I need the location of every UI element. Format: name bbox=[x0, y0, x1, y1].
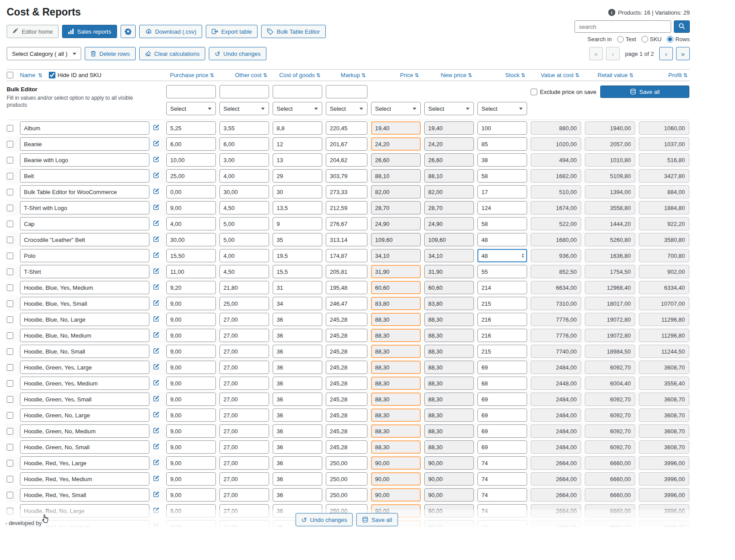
stock-input[interactable] bbox=[477, 408, 527, 422]
edit-icon[interactable] bbox=[153, 204, 160, 210]
name-input[interactable] bbox=[20, 169, 149, 183]
cost-of-goods-input[interactable] bbox=[273, 153, 322, 167]
price-input[interactable] bbox=[371, 281, 421, 294]
column-header-name[interactable]: Name ⇅ Hide ID and SKU bbox=[20, 72, 149, 78]
stock-input[interactable] bbox=[477, 185, 527, 198]
markup-input[interactable] bbox=[326, 345, 368, 358]
row-checkbox[interactable] bbox=[7, 221, 13, 227]
other-cost-input[interactable] bbox=[219, 488, 269, 502]
markup-input[interactable] bbox=[326, 313, 368, 326]
edit-icon[interactable] bbox=[153, 124, 160, 131]
pagination-last-button[interactable]: » bbox=[676, 47, 690, 60]
stepper-down-icon[interactable]: ▼ bbox=[521, 256, 524, 258]
other-cost-input[interactable] bbox=[219, 361, 269, 374]
name-input[interactable] bbox=[20, 456, 149, 470]
new-price-input[interactable] bbox=[424, 169, 474, 183]
bulk-cost-of-goods-input[interactable] bbox=[273, 85, 322, 98]
price-input[interactable] bbox=[371, 153, 421, 167]
row-checkbox[interactable] bbox=[7, 380, 13, 387]
markup-input[interactable] bbox=[326, 440, 368, 454]
stock-input[interactable] bbox=[477, 201, 527, 214]
row-checkbox[interactable] bbox=[7, 205, 13, 211]
purchase-price-input[interactable] bbox=[166, 169, 216, 183]
name-input[interactable] bbox=[20, 440, 149, 454]
price-input[interactable] bbox=[371, 361, 421, 374]
name-input[interactable] bbox=[20, 121, 149, 135]
new-price-input[interactable] bbox=[424, 185, 474, 198]
edit-icon[interactable] bbox=[153, 236, 160, 242]
name-input[interactable] bbox=[20, 393, 149, 406]
purchase-price-input[interactable] bbox=[166, 329, 216, 342]
column-header-price[interactable]: Price⇅ bbox=[371, 72, 421, 78]
markup-input[interactable] bbox=[326, 488, 368, 502]
name-input[interactable] bbox=[20, 361, 149, 374]
stock-input[interactable] bbox=[477, 361, 527, 374]
column-header-new-price[interactable]: New price⇅ bbox=[424, 72, 474, 78]
bulk-select-markup[interactable]: Select bbox=[326, 102, 368, 115]
cost-of-goods-input[interactable] bbox=[273, 169, 322, 183]
bulk-markup-input[interactable] bbox=[326, 85, 368, 98]
select-all-checkbox[interactable] bbox=[7, 72, 13, 78]
bulk-table-editor-button[interactable]: Bulk Table Editor bbox=[261, 25, 325, 38]
price-input[interactable] bbox=[371, 456, 421, 470]
row-checkbox[interactable] bbox=[7, 428, 13, 435]
cost-of-goods-input[interactable] bbox=[273, 281, 322, 294]
cost-of-goods-input[interactable] bbox=[273, 377, 322, 390]
price-input[interactable] bbox=[371, 424, 421, 438]
stock-input[interactable] bbox=[477, 137, 527, 151]
price-input[interactable] bbox=[371, 472, 421, 486]
stock-input[interactable] bbox=[477, 472, 527, 486]
edit-icon[interactable] bbox=[153, 475, 160, 482]
other-cost-input[interactable] bbox=[219, 169, 269, 183]
cost-of-goods-input[interactable] bbox=[273, 488, 322, 502]
bulk-select-price[interactable]: Select bbox=[371, 102, 421, 115]
new-price-input[interactable] bbox=[424, 345, 474, 358]
price-input[interactable] bbox=[371, 345, 421, 358]
purchase-price-input[interactable] bbox=[166, 440, 216, 454]
name-input[interactable] bbox=[20, 265, 149, 278]
purchase-price-input[interactable] bbox=[166, 201, 216, 214]
purchase-price-input[interactable] bbox=[166, 217, 216, 230]
markup-input[interactable] bbox=[326, 424, 368, 438]
cost-of-goods-input[interactable] bbox=[273, 472, 322, 486]
exclude-price-on-save-toggle[interactable]: Exclude price on save bbox=[531, 89, 596, 95]
new-price-input[interactable] bbox=[424, 217, 474, 230]
stock-input[interactable] bbox=[477, 169, 527, 183]
name-input[interactable] bbox=[20, 217, 149, 230]
pagination-first-button[interactable]: « bbox=[589, 47, 603, 60]
name-input[interactable] bbox=[20, 345, 149, 358]
other-cost-input[interactable] bbox=[219, 329, 269, 342]
save-all-button[interactable]: Save all bbox=[600, 86, 689, 98]
other-cost-input[interactable] bbox=[219, 313, 269, 326]
column-header-stock[interactable]: Stock⇅ bbox=[477, 72, 527, 78]
purchase-price-input[interactable] bbox=[166, 472, 216, 486]
price-input[interactable] bbox=[371, 201, 421, 214]
name-input[interactable] bbox=[20, 329, 149, 342]
other-cost-input[interactable] bbox=[219, 408, 269, 422]
edit-icon[interactable] bbox=[153, 252, 160, 258]
edit-icon[interactable] bbox=[153, 140, 160, 147]
other-cost-input[interactable] bbox=[219, 217, 269, 230]
price-input[interactable] bbox=[371, 329, 421, 342]
other-cost-input[interactable] bbox=[219, 424, 269, 438]
name-input[interactable] bbox=[20, 313, 149, 326]
stock-stepper[interactable]: ▲▼ bbox=[521, 253, 524, 258]
price-input[interactable] bbox=[371, 393, 421, 406]
other-cost-input[interactable] bbox=[219, 121, 269, 135]
purchase-price-input[interactable] bbox=[166, 297, 216, 310]
row-checkbox[interactable] bbox=[7, 189, 13, 195]
bulk-select-other-cost[interactable]: Select bbox=[219, 102, 269, 115]
stock-input[interactable] bbox=[477, 313, 527, 326]
column-header-retail-value[interactable]: Retail value⇅ bbox=[585, 72, 635, 78]
edit-icon[interactable] bbox=[153, 331, 160, 338]
search-input[interactable] bbox=[575, 20, 671, 33]
name-input[interactable] bbox=[20, 153, 149, 167]
edit-icon[interactable] bbox=[153, 172, 160, 179]
row-checkbox[interactable] bbox=[7, 332, 13, 339]
column-header-value-at-cost[interactable]: Value at cost⇅ bbox=[531, 72, 581, 78]
cost-of-goods-input[interactable] bbox=[273, 361, 322, 374]
markup-input[interactable] bbox=[326, 408, 368, 422]
column-header-other-cost[interactable]: Other cost⇅ bbox=[219, 72, 269, 78]
name-input[interactable] bbox=[20, 137, 149, 151]
row-checkbox[interactable] bbox=[7, 173, 13, 179]
